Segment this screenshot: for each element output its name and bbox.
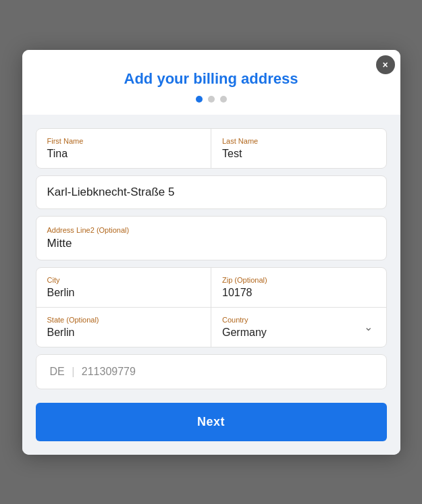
address-line2-field: Address Line2 (Optional) Mitte bbox=[36, 217, 386, 260]
last-name-value: Test bbox=[222, 148, 375, 160]
address-line2-label: Address Line2 (Optional) bbox=[47, 226, 375, 234]
progress-dots bbox=[36, 96, 387, 103]
dot-3 bbox=[220, 96, 227, 103]
zip-label: Zip (Optional) bbox=[222, 276, 375, 284]
close-icon: × bbox=[382, 59, 388, 70]
address-line2-value: Mitte bbox=[47, 237, 375, 250]
first-name-value: Tina bbox=[47, 148, 201, 160]
city-field[interactable]: City Berlin bbox=[36, 268, 211, 307]
name-card: First Name Tina Last Name Test bbox=[36, 128, 387, 169]
dot-1 bbox=[196, 96, 203, 103]
state-label: State (Optional) bbox=[47, 316, 201, 324]
country-value: Germany bbox=[222, 327, 267, 339]
first-name-label: First Name bbox=[47, 137, 201, 145]
zip-value: 10178 bbox=[222, 287, 375, 299]
zip-field[interactable]: Zip (Optional) 10178 bbox=[211, 268, 386, 307]
country-label: Country bbox=[222, 316, 267, 324]
modal-title: Add your billing address bbox=[36, 70, 387, 88]
close-button[interactable]: × bbox=[376, 55, 395, 74]
chevron-down-icon: ⌄ bbox=[364, 320, 373, 333]
dot-2 bbox=[208, 96, 215, 103]
phone-card[interactable]: DE | 211309779 bbox=[36, 354, 387, 389]
first-name-field[interactable]: First Name Tina bbox=[36, 129, 211, 168]
phone-prefix: DE bbox=[50, 366, 65, 377]
state-country-row: State (Optional) Berlin Country Germany … bbox=[36, 308, 386, 347]
address-line1-value: Karl-Liebknecht-Straße 5 bbox=[47, 186, 375, 199]
phone-number: 211309779 bbox=[82, 366, 136, 377]
modal-header: Add your billing address bbox=[22, 50, 400, 115]
country-content: Country Germany bbox=[222, 316, 267, 339]
address-line1-card[interactable]: Karl-Liebknecht-Straße 5 bbox=[36, 175, 387, 209]
address-line2-card[interactable]: Address Line2 (Optional) Mitte bbox=[36, 216, 387, 260]
name-row: First Name Tina Last Name Test bbox=[36, 129, 386, 168]
phone-separator: | bbox=[72, 366, 74, 377]
state-value: Berlin bbox=[47, 327, 201, 339]
billing-address-modal: × Add your billing address First Name Ti… bbox=[22, 50, 400, 455]
last-name-label: Last Name bbox=[222, 137, 375, 145]
modal-body: First Name Tina Last Name Test Karl-Lieb… bbox=[22, 115, 400, 455]
city-label: City bbox=[47, 276, 201, 284]
country-field[interactable]: Country Germany ⌄ bbox=[211, 308, 386, 347]
city-zip-row: City Berlin Zip (Optional) 10178 bbox=[36, 268, 386, 308]
state-field[interactable]: State (Optional) Berlin bbox=[36, 308, 211, 347]
next-button[interactable]: Next bbox=[36, 403, 387, 441]
last-name-field[interactable]: Last Name Test bbox=[211, 129, 386, 168]
address-line1-field: Karl-Liebknecht-Straße 5 bbox=[36, 176, 386, 208]
location-card: City Berlin Zip (Optional) 10178 State (… bbox=[36, 267, 387, 347]
city-value: Berlin bbox=[47, 287, 201, 299]
